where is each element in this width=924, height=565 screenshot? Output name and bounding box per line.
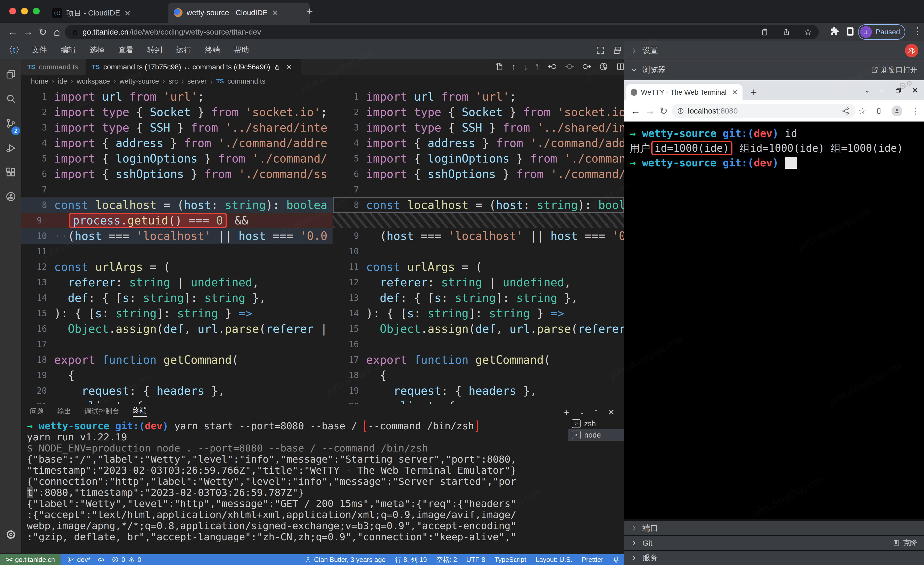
side-panel-icon[interactable]	[845, 26, 855, 37]
layout-icon[interactable]	[613, 45, 622, 55]
wetty-settings-gear-icon[interactable]	[898, 81, 913, 90]
menu-选择[interactable]: 选择	[90, 45, 104, 55]
section-settings[interactable]: 设置	[624, 41, 924, 60]
reading-list-icon[interactable]	[875, 107, 883, 115]
whitespace-icon[interactable]: ¶	[536, 62, 540, 71]
wetty-terminal[interactable]: → wetty-source git:(dev) id用户id=1000(ide…	[624, 122, 924, 519]
menu-转到[interactable]: 转到	[147, 45, 162, 55]
bookmark-star-icon[interactable]: ☆	[804, 27, 812, 38]
indentation[interactable]: 空格: 2	[436, 555, 457, 564]
section-services[interactable]: 服务	[624, 551, 924, 565]
home-icon[interactable]: ⌂	[54, 27, 60, 37]
tab-close-icon[interactable]: ✕	[272, 8, 278, 17]
git-graph-icon[interactable]	[599, 62, 608, 71]
breadcrumb-item[interactable]: wetty-source	[120, 77, 159, 86]
git-blame-info[interactable]: Cian Butler, 3 years ago	[305, 556, 386, 564]
menu-查看[interactable]: 查看	[118, 45, 133, 55]
embedded-browser-tab[interactable]: WeTTY - The Web Terminal E ✕	[626, 84, 742, 101]
macos-close-button[interactable]	[9, 8, 16, 15]
apply-right-icon[interactable]	[582, 62, 591, 71]
encoding[interactable]: UTF-8	[466, 556, 486, 564]
editor-tab-inactive[interactable]: TS command.ts	[21, 59, 86, 75]
terminal-dropdown-icon[interactable]: ⌄	[579, 409, 585, 416]
search-icon[interactable]	[5, 93, 16, 104]
tab-list-chevron-icon[interactable]: ⌄	[864, 86, 870, 95]
menu-dots-icon[interactable]: ⋮	[911, 106, 920, 116]
fullscreen-icon[interactable]	[596, 45, 605, 55]
tab-close-icon[interactable]: ✕	[732, 88, 738, 97]
bookmark-star-icon[interactable]: ☆	[858, 106, 866, 116]
share-icon[interactable]	[782, 28, 790, 36]
formatter[interactable]: Prettier	[582, 556, 603, 564]
browser-menu-icon[interactable]: ⋮	[913, 25, 922, 37]
new-terminal-icon[interactable]: ＋	[562, 407, 570, 418]
terminal-output[interactable]: → wetty-source git:(dev) yarn start --po…	[27, 421, 562, 553]
breadcrumb-item[interactable]: workspace	[77, 77, 110, 86]
breadcrumb-item[interactable]: src	[169, 77, 178, 86]
menu-帮助[interactable]: 帮助	[234, 45, 249, 55]
breadcrumb-item[interactable]: server	[188, 77, 207, 86]
git-clone-button[interactable]: 克隆	[892, 538, 917, 548]
problems-indicator[interactable]: 0 0	[112, 556, 141, 564]
panel-tab-问题[interactable]: 问题	[30, 407, 44, 416]
breadcrumb-item[interactable]: home	[31, 77, 48, 86]
explorer-icon[interactable]	[5, 69, 16, 80]
reload-icon[interactable]: ↻	[39, 27, 47, 37]
panel-tab-终端[interactable]: 终端	[133, 406, 147, 417]
settings-gear-icon[interactable]	[5, 529, 16, 540]
section-ports[interactable]: 端口	[624, 521, 924, 535]
open-new-window-button[interactable]: 新窗口打开	[871, 65, 917, 75]
revert-left-icon[interactable]	[548, 62, 557, 71]
reload-icon[interactable]: ↻	[660, 105, 668, 116]
menu-文件[interactable]: 文件	[32, 45, 46, 55]
back-icon[interactable]: ←	[631, 105, 640, 116]
terminal-session-zsh[interactable]: >zsh	[568, 418, 624, 429]
save-clipboard-icon[interactable]	[760, 28, 769, 36]
diff-editor[interactable]: 1import url from 'url';2import type { So…	[21, 87, 624, 404]
editor-tab-active[interactable]: TS command.ts (17b75c98) ↔ command.ts (d…	[86, 59, 301, 75]
panel-tab-输出[interactable]: 输出	[57, 407, 71, 416]
forward-icon[interactable]: →	[23, 27, 33, 37]
cursor-position[interactable]: 行 8, 列 19	[395, 555, 427, 564]
breadcrumb[interactable]: home›ide›workspace›wetty-source›src›serv…	[21, 75, 624, 87]
sync-changes-button[interactable]	[97, 556, 105, 563]
run-debug-icon[interactable]	[5, 143, 16, 154]
language-mode[interactable]: TypeScript	[495, 556, 526, 564]
next-change-icon[interactable]: ↓	[524, 62, 528, 72]
browser-avatar-icon[interactable]	[891, 105, 902, 116]
change-dot-icon[interactable]	[565, 62, 574, 71]
embedded-address-bar[interactable]: localhost:8080	[672, 104, 855, 118]
tab-close-icon[interactable]: ✕	[286, 63, 292, 72]
forward-icon[interactable]: →	[645, 105, 655, 116]
address-bar[interactable]: go.titanide.cn/ide/web/coding/wetty-sour…	[65, 25, 819, 39]
section-git[interactable]: Git 克隆	[624, 536, 924, 550]
breadcrumb-item[interactable]: command.ts	[227, 77, 265, 86]
share-nodes-icon[interactable]	[842, 107, 850, 115]
panel-tab-调试控制台[interactable]: 调试控制台	[85, 407, 119, 416]
minimize-icon[interactable]: –	[880, 86, 885, 95]
menu-编辑[interactable]: 编辑	[61, 45, 75, 55]
tab-close-icon[interactable]: ✕	[124, 9, 131, 18]
maximize-panel-icon[interactable]: ⌃	[593, 409, 599, 416]
browser-profile-button[interactable]: J Paused	[858, 24, 905, 40]
back-icon[interactable]: ←	[8, 27, 18, 37]
remote-indicator[interactable]: >< go.titanide.cn	[0, 554, 61, 565]
breadcrumb-item[interactable]: ide	[58, 77, 67, 86]
extensions-icon[interactable]	[5, 167, 16, 178]
extensions-puzzle-icon[interactable]	[828, 26, 839, 37]
close-icon[interactable]: ✕	[912, 86, 918, 95]
menu-运行[interactable]: 运行	[176, 45, 191, 55]
new-tab-button[interactable]: +	[306, 6, 313, 17]
user-avatar[interactable]: 邓	[905, 44, 918, 57]
section-browser[interactable]: 浏览器 新窗口打开	[624, 60, 924, 80]
browser-tab-active[interactable]: wetty-source - CloudIDE ✕	[168, 3, 310, 23]
browser-tab-inactive[interactable]: 〈t〉 项目 - CloudIDE ✕	[46, 4, 179, 23]
notifications-bell-icon[interactable]	[613, 556, 620, 563]
branch-indicator[interactable]: dev*	[67, 556, 90, 564]
macos-zoom-button[interactable]	[33, 8, 40, 15]
terminal-session-node[interactable]: >node	[568, 429, 624, 441]
keyboard-layout[interactable]: Layout: U.S.	[536, 556, 572, 564]
remote-explorer-icon[interactable]	[5, 191, 16, 202]
close-panel-icon[interactable]: ✕	[608, 407, 615, 417]
open-file-icon[interactable]	[495, 62, 504, 71]
